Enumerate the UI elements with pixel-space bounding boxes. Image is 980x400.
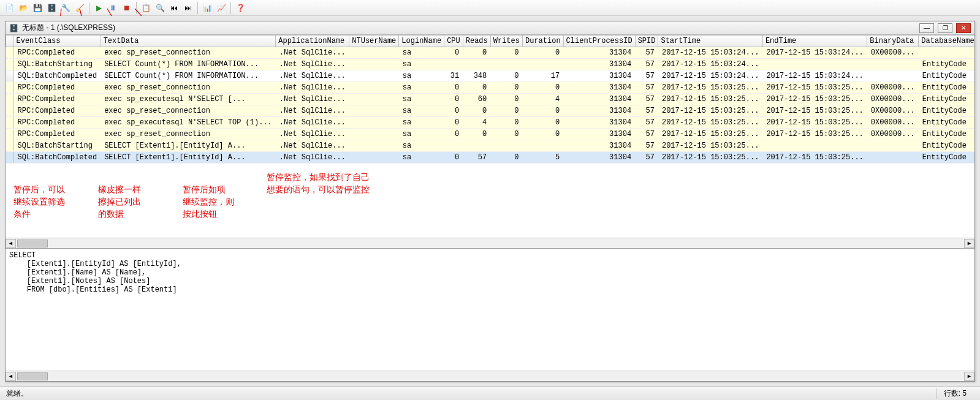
table-row[interactable]: RPC:Completedexec sp_reset_connection.Ne… — [6, 129, 975, 140]
column-header[interactable]: EndTime — [762, 36, 867, 47]
child-window-titlebar[interactable]: 🗄️ 无标题 - 1 (.\SQLEXPRESS) — ❐ ✕ — [6, 21, 974, 35]
detail-hscrollbar[interactable]: ◄► — [6, 371, 974, 381]
save-icon[interactable]: 💾 — [31, 1, 44, 15]
bookmark-prev-icon[interactable]: ⏮ — [167, 1, 181, 15]
table-row[interactable]: SQL:BatchCompleted SELECT Count(*) FROM … — [6, 70, 975, 82]
column-header[interactable]: BinaryData — [867, 36, 919, 47]
column-header[interactable]: CPU — [444, 36, 463, 47]
main-toolbar: 📄📂💾🗄️🔧🧹▶⏸⏹📋🔍⏮⏭📊📈❓ — [0, 0, 980, 16]
open-file-icon[interactable]: 📂 — [17, 1, 30, 15]
table-row[interactable]: RPC:Completedexec sp_reset_connection.Ne… — [6, 82, 975, 94]
copy-icon[interactable]: 📋 — [139, 1, 153, 15]
table-row[interactable]: RPC:Completedexec sp_executesql N'SELECT… — [6, 117, 975, 129]
table-row[interactable]: SQL:BatchStarting SELECT Count(*) FROM I… — [6, 59, 975, 70]
close-button[interactable]: ✕ — [956, 23, 971, 33]
trace-grid-container[interactable]: EventClassTextDataApplicationNameNTUserN… — [6, 35, 974, 238]
grid-hscrollbar[interactable]: ◄► — [6, 238, 974, 248]
minimize-button[interactable]: — — [919, 23, 934, 33]
child-window-title: 无标题 - 1 (.\SQLEXPRESS) — [22, 23, 115, 33]
column-header[interactable]: Reads — [463, 36, 490, 47]
maximize-button[interactable]: ❐ — [938, 23, 952, 33]
bookmark-next-icon[interactable]: ⏭ — [181, 1, 195, 15]
eraser-icon[interactable]: 🧹 — [73, 1, 86, 15]
column-header[interactable]: Duration — [522, 36, 563, 47]
column-header[interactable]: ApplicationName — [276, 36, 349, 47]
column-header[interactable]: EventClass — [13, 36, 101, 47]
properties-icon[interactable]: 🔧 — [59, 1, 72, 15]
table-row[interactable]: RPC:Completedexec sp_reset_connection.Ne… — [6, 105, 975, 117]
column-header[interactable]: Writes — [490, 36, 522, 47]
column-header[interactable]: StartTime — [658, 36, 762, 47]
trace-window: 🗄️ 无标题 - 1 (.\SQLEXPRESS) — ❐ ✕ EventCla… — [5, 21, 975, 382]
trace-window-icon: 🗄️ — [9, 24, 18, 32]
table-row[interactable]: SQL:BatchCompletedSELECT [Extent1].[Enti… — [6, 152, 975, 164]
column-header[interactable]: TextData — [101, 36, 276, 47]
play-icon[interactable]: ▶ — [92, 1, 105, 15]
help-icon[interactable]: ❓ — [234, 1, 247, 15]
new-trace-icon[interactable]: 📄 — [2, 1, 16, 15]
table-row[interactable]: SQL:BatchStartingSELECT [Extent1].[Entit… — [6, 140, 975, 152]
status-text: 就绪。 — [6, 388, 28, 399]
status-row-count: 行数: 5 — [936, 388, 974, 399]
chart-icon[interactable]: 📈 — [215, 1, 228, 15]
column-header[interactable]: ClientProcessID — [563, 36, 635, 47]
save-as-icon[interactable]: 🗄️ — [45, 1, 58, 15]
column-header[interactable]: SPID — [635, 36, 658, 47]
column-header[interactable]: DatabaseName — [919, 36, 974, 47]
trace-grid[interactable]: EventClassTextDataApplicationNameNTUserN… — [6, 35, 974, 164]
sql-detail-pane[interactable]: SELECT [Extent1].[EntityId] AS [EntityId… — [6, 248, 974, 371]
column-header[interactable]: NTUserName — [349, 36, 399, 47]
excel-icon[interactable]: 📊 — [200, 1, 214, 15]
table-row[interactable]: RPC:Completedexec sp_reset_connection.Ne… — [6, 47, 975, 59]
column-header[interactable]: LoginName — [399, 36, 444, 47]
status-bar: 就绪。 行数: 5 — [0, 387, 980, 400]
pause-icon[interactable]: ⏸ — [106, 1, 120, 15]
mdi-client-area: 🗄️ 无标题 - 1 (.\SQLEXPRESS) — ❐ ✕ EventCla… — [0, 16, 980, 387]
stop-icon[interactable]: ⏹ — [120, 1, 134, 15]
table-row[interactable]: RPC:Completedexec sp_executesql N'SELECT… — [6, 94, 975, 105]
find-icon[interactable]: 🔍 — [153, 1, 167, 15]
